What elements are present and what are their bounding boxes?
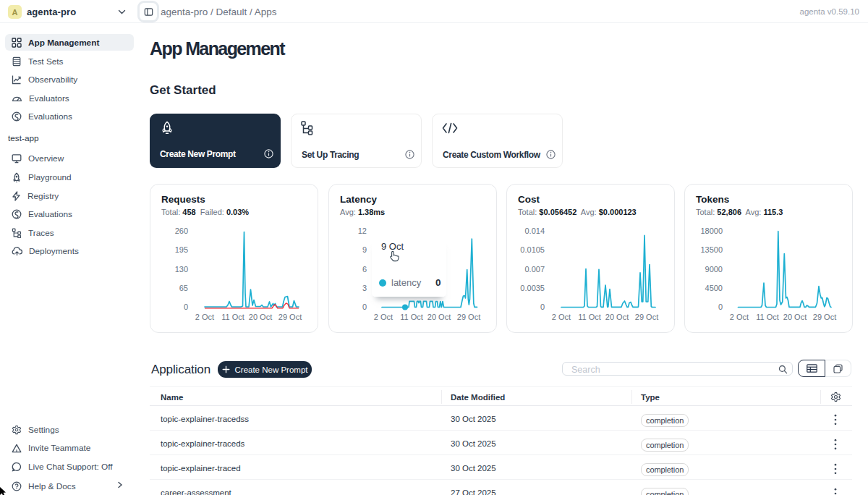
svg-text:0: 0	[718, 302, 723, 311]
svg-text:12: 12	[358, 227, 367, 235]
svg-text:0: 0	[184, 302, 188, 311]
svg-text:2 Oct: 2 Oct	[730, 313, 749, 321]
svg-text:0: 0	[540, 302, 545, 311]
svg-text:20 Oct: 20 Oct	[605, 313, 629, 321]
svg-text:29 Oct: 29 Oct	[278, 313, 302, 321]
svg-text:130: 130	[175, 265, 188, 274]
svg-text:2 Oct: 2 Oct	[552, 313, 571, 321]
svg-text:20 Oct: 20 Oct	[427, 313, 451, 321]
svg-text:3: 3	[362, 284, 367, 292]
svg-text:29 Oct: 29 Oct	[635, 313, 658, 321]
svg-text:11 Oct: 11 Oct	[578, 313, 601, 321]
svg-text:65: 65	[179, 284, 188, 292]
svg-text:0.0035: 0.0035	[520, 284, 545, 292]
svg-text:2 Oct: 2 Oct	[374, 313, 393, 321]
svg-text:260: 260	[175, 227, 188, 235]
svg-text:20 Oct: 20 Oct	[249, 313, 272, 321]
svg-text:195: 195	[175, 245, 188, 254]
svg-text:0: 0	[362, 302, 367, 311]
svg-text:9000: 9000	[705, 265, 723, 274]
svg-text:13500: 13500	[700, 245, 723, 254]
svg-text:4500: 4500	[705, 284, 723, 292]
svg-text:29 Oct: 29 Oct	[457, 313, 480, 321]
svg-text:11 Oct: 11 Oct	[221, 313, 244, 321]
svg-text:18000: 18000	[700, 227, 723, 235]
svg-text:0.007: 0.007	[524, 265, 545, 274]
svg-text:9: 9	[362, 245, 367, 254]
svg-text:2 Oct: 2 Oct	[195, 313, 214, 321]
svg-text:0.014: 0.014	[524, 227, 545, 235]
svg-text:11 Oct: 11 Oct	[756, 313, 779, 321]
svg-text:6: 6	[362, 265, 367, 274]
svg-text:0.0105: 0.0105	[520, 245, 545, 254]
svg-text:29 Oct: 29 Oct	[813, 313, 836, 321]
svg-text:20 Oct: 20 Oct	[783, 313, 807, 321]
svg-text:11 Oct: 11 Oct	[400, 313, 423, 321]
